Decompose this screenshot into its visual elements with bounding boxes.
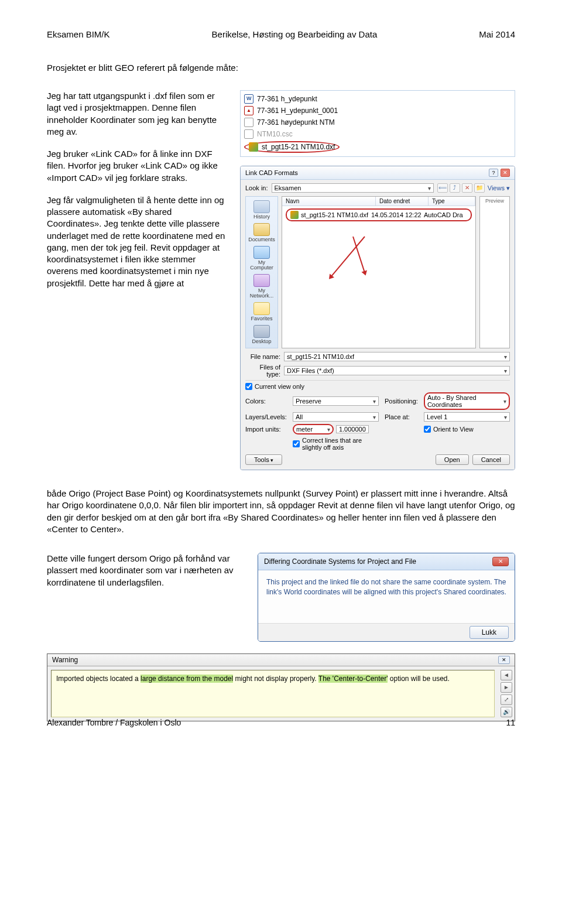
sound-button[interactable]: 🔊 — [501, 707, 512, 717]
filename-label: File name: — [245, 353, 280, 360]
file-name[interactable]: NTM10.csc — [257, 130, 293, 138]
place-history[interactable]: History — [253, 200, 270, 220]
positioning-dropdown[interactable]: Auto - By Shared Coordinates — [424, 392, 510, 410]
dialog-title: Differing Coordinate Systems for Project… — [264, 557, 416, 566]
file-name[interactable]: st_pgt15-21 NTM10.dxf — [262, 143, 335, 151]
lookin-dropdown[interactable]: Eksamen — [272, 183, 434, 193]
dialog-title: Link CAD Formats — [245, 169, 298, 176]
current-view-label: Current view only — [255, 383, 304, 390]
colors-dropdown[interactable]: Preserve — [293, 396, 379, 406]
place-documents[interactable]: Documents — [248, 223, 275, 242]
header-right: Mai 2014 — [479, 29, 515, 39]
header-center: Berikelse, Høsting og Bearbeiding av Dat… — [212, 29, 378, 39]
bottom-paragraph: Dette ville fungert dersom Origo på forh… — [47, 553, 246, 642]
newfolder-button[interactable]: 📁 — [474, 183, 485, 193]
paragraph-3: Jeg får valgmuligheten til å hente dette… — [47, 194, 228, 289]
coord-warning-dialog: Differing Coordinate Systems for Project… — [258, 553, 515, 642]
file-name[interactable]: 77-361 høydepunkt NTM — [257, 118, 335, 126]
place-favorites[interactable]: Favorites — [251, 302, 272, 321]
prev-warning-button[interactable]: ◄ — [501, 670, 512, 680]
close-button[interactable]: ✕ — [501, 169, 510, 177]
filename-input[interactable]: st_pgt15-21 NTM10.dxf — [284, 352, 510, 361]
open-button[interactable]: Open — [436, 454, 469, 465]
file-name[interactable]: 77-361 h_ydepunkt — [257, 95, 317, 103]
back-button[interactable]: ⟸ — [437, 183, 448, 193]
text-column: Jeg har tatt utgangspunkt i .dxf filen s… — [47, 90, 228, 470]
help-button[interactable]: ? — [489, 169, 498, 177]
header-left: Eksamen BIM/K — [47, 29, 110, 39]
place-computer[interactable]: My Computer — [247, 246, 276, 271]
col-name[interactable]: Navn — [282, 197, 376, 206]
preview-pane: Preview — [479, 196, 510, 348]
pdf-icon — [244, 106, 253, 115]
places-bar: History Documents My Computer My Network… — [245, 196, 278, 348]
text-icon — [244, 118, 253, 127]
scale-value[interactable]: 1.000000 — [336, 425, 369, 433]
orient-label: Orient to View — [433, 426, 474, 433]
positioning-label: Positioning: — [385, 398, 418, 405]
delete-button[interactable]: ✕ — [462, 183, 472, 193]
layers-dropdown[interactable]: All — [293, 412, 379, 422]
expand-button[interactable]: ⤢ — [501, 694, 512, 705]
current-view-checkbox[interactable] — [245, 383, 252, 390]
word-icon — [244, 94, 253, 104]
full-width-paragraph: både Origo (Project Base Point) og Koord… — [47, 488, 515, 535]
place-network[interactable]: My Network... — [247, 274, 276, 299]
lookin-label: Look in: — [245, 184, 268, 191]
correct-label: Correct lines that are slightly off axis — [302, 437, 379, 451]
text-icon — [244, 129, 253, 139]
units-label: Import units: — [245, 426, 287, 433]
col-date[interactable]: Dato endret — [376, 197, 429, 206]
dxf-icon — [249, 142, 258, 152]
close-ok-button[interactable]: Lukk — [470, 626, 509, 639]
dialog-body: This project and the linked file do not … — [258, 570, 515, 623]
orient-checkbox[interactable] — [424, 426, 431, 433]
filetype-label: Files of type: — [245, 364, 280, 378]
warning-dialog: Warning ✕ Imported objects located a lar… — [47, 653, 515, 721]
placeat-label: Place at: — [385, 413, 418, 420]
colors-label: Colors: — [245, 398, 287, 405]
close-button[interactable]: ✕ — [492, 557, 509, 566]
intro-text: Prosjektet er blitt GEO referert på følg… — [47, 63, 515, 73]
footer-page-number: 11 — [506, 718, 515, 727]
footer-left: Alexander Tombre / Fagskolen i Oslo — [47, 718, 181, 727]
page-header: Eksamen BIM/K Berikelse, Høsting og Bear… — [47, 29, 515, 39]
up-button[interactable]: ⤴ — [450, 183, 460, 193]
paragraph-2: Jeg bruker «Link CAD» for å linke inn DX… — [47, 148, 228, 184]
page-footer: Alexander Tombre / Fagskolen i Oslo 11 — [47, 718, 515, 727]
paragraph-1: Jeg har tatt utgangspunkt i .dxf filen s… — [47, 90, 228, 138]
dxf-icon — [290, 211, 299, 219]
file-list-pane: Navn Dato endret Type st_pgt15-21 NTM10.… — [282, 196, 476, 348]
layers-label: Layers/Levels: — [245, 413, 287, 420]
highlight-circle: st_pgt15-21 NTM10.dxf — [244, 141, 340, 153]
placeat-dropdown[interactable]: Level 1 — [424, 412, 510, 422]
col-type[interactable]: Type — [429, 197, 475, 206]
next-warning-button[interactable]: ► — [501, 682, 512, 693]
filetype-dropdown[interactable]: DXF Files (*.dxf) — [284, 366, 510, 375]
link-cad-dialog: Link CAD Formats ? ✕ Look in: Eksamen ⟸ … — [240, 166, 515, 470]
views-dropdown[interactable]: Views ▾ — [488, 184, 510, 192]
correct-checkbox[interactable] — [293, 440, 300, 447]
tools-button[interactable]: Tools — [245, 454, 282, 465]
units-dropdown[interactable]: meter — [293, 424, 334, 434]
place-desktop[interactable]: Desktop — [252, 325, 271, 344]
explorer-file-list: 77-361 h_ydepunkt 77-361 H_ydepunkt_0001… — [240, 90, 515, 157]
cancel-button[interactable]: Cancel — [472, 454, 510, 465]
warning-title: Warning — [52, 656, 78, 664]
selected-file-row[interactable]: st_pgt15-21 NTM10.dxf 14.05.2014 12:22 A… — [286, 208, 472, 221]
file-name[interactable]: 77-361 H_ydepunkt_0001 — [257, 107, 338, 115]
warning-text: Imported objects located a large distanc… — [51, 670, 495, 717]
close-button[interactable]: ✕ — [498, 656, 510, 664]
